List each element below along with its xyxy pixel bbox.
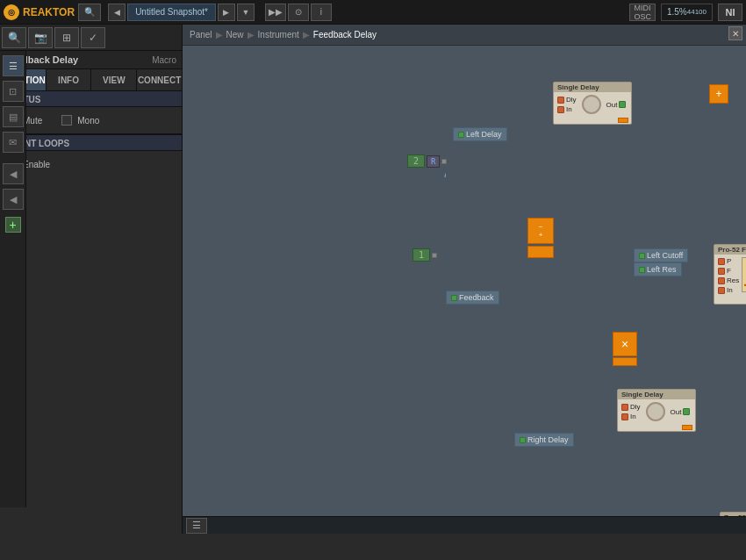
enable-row: Enable bbox=[7, 159, 175, 169]
left-panel: 🔍 📷 ⊞ ✓ Feedback Delay Macro FUNCTION IN… bbox=[0, 25, 183, 534]
ni-logo: NI bbox=[718, 4, 742, 21]
single-delay-top-node[interactable]: Single Delay Dly In Out bbox=[553, 82, 632, 125]
enable-label: Enable bbox=[23, 160, 50, 169]
pro52-top-title: Pro-52 Filter bbox=[714, 245, 746, 255]
pro52-top-node[interactable]: Pro-52 Filter P F Res In bbox=[714, 244, 746, 305]
out-label: Out bbox=[606, 101, 618, 109]
left-delay-port[interactable] bbox=[458, 132, 464, 138]
f-label: F bbox=[727, 267, 731, 275]
grid-tool[interactable]: ⊞ bbox=[54, 27, 79, 48]
side-icon-5[interactable]: ◀ bbox=[3, 163, 24, 184]
filter-display-top bbox=[742, 257, 746, 292]
num-box-2[interactable]: 2 R bbox=[407, 154, 447, 168]
close-canvas-btn[interactable]: ✕ bbox=[728, 26, 742, 40]
r-label-left: R bbox=[427, 155, 440, 168]
snapshot-prev[interactable]: ◀ bbox=[108, 4, 126, 21]
dly-label: Dly bbox=[566, 96, 577, 104]
right-delay-label: Right Delay bbox=[527, 435, 569, 444]
p-label: P bbox=[727, 257, 731, 265]
event-loops-label: EVENT LOOPS bbox=[0, 134, 182, 151]
side-icon-2[interactable]: ⊡ bbox=[3, 81, 24, 102]
small-port-mid[interactable] bbox=[432, 253, 437, 258]
breadcrumb-bar: Panel ▶ New ▶ Instrument ▶ Feedback Dela… bbox=[183, 25, 746, 46]
orange-block-top: − + bbox=[527, 218, 554, 244]
num-1-value: 1 bbox=[412, 248, 430, 262]
side-icon-1[interactable]: ☰ bbox=[3, 55, 24, 76]
breadcrumb-active: Feedback Delay bbox=[313, 30, 377, 39]
orange-indicator-top bbox=[618, 118, 628, 123]
tab-info[interactable]: INFO bbox=[47, 69, 92, 90]
in-port-filter[interactable] bbox=[718, 287, 725, 294]
orange-ind-mid bbox=[613, 357, 637, 366]
left-res-label: Left Res bbox=[647, 265, 677, 274]
app-title: REAKTOR bbox=[23, 6, 75, 18]
num-box-1[interactable]: 1 bbox=[412, 248, 437, 262]
macro-label: Macro bbox=[152, 55, 176, 65]
feedback-connector[interactable]: Feedback bbox=[446, 291, 499, 305]
dly-label-b: Dly bbox=[630, 403, 641, 411]
left-cutoff-port[interactable] bbox=[639, 253, 645, 259]
tab-view[interactable]: VIEW bbox=[91, 69, 137, 90]
main-area: 🔍 📷 ⊞ ✓ Feedback Delay Macro FUNCTION IN… bbox=[0, 25, 746, 534]
logo-icon: ◎ bbox=[4, 4, 19, 20]
hamburger-btn[interactable]: ☰ bbox=[186, 518, 207, 534]
feedback-port[interactable] bbox=[451, 295, 457, 301]
single-delay-bottom-node[interactable]: Single Delay Dly In Out bbox=[617, 389, 696, 432]
side-icon-6[interactable]: ◀ bbox=[3, 189, 24, 210]
snapshot-area: ◀ Untitled Snapshot* ▶ ▼ bbox=[108, 4, 255, 21]
res-port[interactable] bbox=[718, 277, 725, 284]
play-btn[interactable]: ▶▶ bbox=[265, 4, 286, 21]
left-res-port[interactable] bbox=[639, 267, 645, 273]
status-section: Mute Mono bbox=[0, 107, 182, 134]
tab-connect[interactable]: CONNECT bbox=[137, 69, 182, 90]
event-loops-section: Enable bbox=[0, 151, 182, 177]
out-port[interactable] bbox=[619, 101, 626, 108]
panel-header: Feedback Delay Macro bbox=[0, 51, 182, 69]
wire-connections bbox=[183, 46, 446, 177]
knob[interactable] bbox=[582, 95, 601, 114]
small-orange-1 bbox=[527, 246, 554, 258]
x-label: × bbox=[621, 337, 628, 351]
camera-tool[interactable]: 📷 bbox=[28, 27, 53, 48]
mono-label: Mono bbox=[77, 116, 99, 126]
knob-b[interactable] bbox=[646, 402, 665, 421]
add-btn[interactable]: + bbox=[5, 217, 21, 233]
breadcrumb-instrument[interactable]: Instrument bbox=[258, 30, 299, 39]
in-port-bottom[interactable] bbox=[621, 413, 628, 420]
out-port-b[interactable] bbox=[683, 408, 690, 415]
orange-block-mid: × bbox=[613, 332, 637, 356]
in-port-top[interactable] bbox=[557, 106, 564, 113]
transport-area: ▶▶ ⊙ i bbox=[265, 4, 332, 21]
small-port-left[interactable] bbox=[441, 159, 447, 164]
side-icon-4[interactable]: ✉ bbox=[3, 132, 24, 153]
f-port[interactable] bbox=[718, 268, 725, 275]
right-delay-port[interactable] bbox=[520, 437, 526, 443]
info-btn[interactable]: i bbox=[311, 4, 332, 21]
mono-checkbox[interactable] bbox=[61, 115, 72, 126]
out-label-b: Out bbox=[671, 408, 682, 416]
midi-label: MIDIOSC bbox=[629, 4, 656, 21]
left-cutoff-connector[interactable]: Left Cutoff bbox=[634, 248, 688, 262]
orange-label-1: − bbox=[539, 223, 543, 231]
left-res-connector[interactable]: Left Res bbox=[634, 262, 682, 276]
orange-indicator-bot bbox=[682, 425, 692, 430]
right-delay-connector[interactable]: Right Delay bbox=[514, 433, 574, 447]
dly-port[interactable] bbox=[557, 97, 564, 104]
left-delay-connector[interactable]: Left Delay bbox=[453, 127, 507, 141]
dly-port-b[interactable] bbox=[621, 404, 628, 411]
num-2-value: 2 bbox=[407, 154, 425, 168]
breadcrumb-new[interactable]: New bbox=[226, 30, 244, 39]
search-btn[interactable]: 🔍 bbox=[78, 4, 101, 21]
side-icon-3[interactable]: ▤ bbox=[3, 106, 24, 127]
left-delay-label: Left Delay bbox=[466, 130, 502, 139]
breadcrumb-panel[interactable]: Panel bbox=[190, 30, 212, 39]
snapshot-dropdown[interactable]: ▼ bbox=[237, 4, 255, 21]
tab-row: FUNCTION INFO VIEW CONNECT bbox=[0, 69, 182, 91]
record-btn[interactable]: ⊙ bbox=[288, 4, 309, 21]
res-label: Res bbox=[727, 276, 739, 284]
check-tool[interactable]: ✓ bbox=[81, 27, 105, 48]
p-port[interactable] bbox=[718, 258, 725, 265]
snapshot-next[interactable]: ▶ bbox=[218, 4, 235, 21]
search-tool[interactable]: 🔍 bbox=[2, 27, 26, 48]
canvas-area: Panel ▶ New ▶ Instrument ▶ Feedback Dela… bbox=[183, 25, 746, 534]
